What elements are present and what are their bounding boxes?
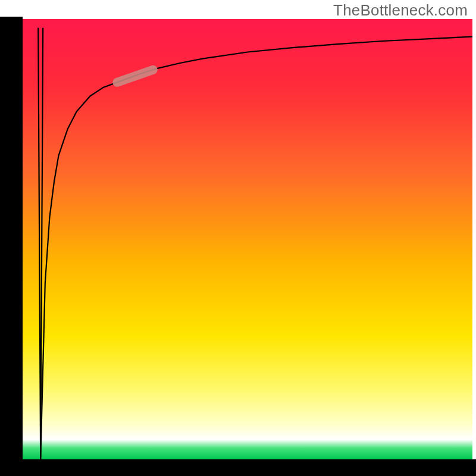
- x-axis-bar: [0, 459, 476, 476]
- chart-stage: TheBottleneck.com: [0, 0, 476, 476]
- y-axis-bar: [0, 17, 23, 476]
- bottleneck-chart: [0, 0, 476, 476]
- watermark-text: TheBottleneck.com: [333, 1, 468, 20]
- plot-background: [23, 19, 472, 459]
